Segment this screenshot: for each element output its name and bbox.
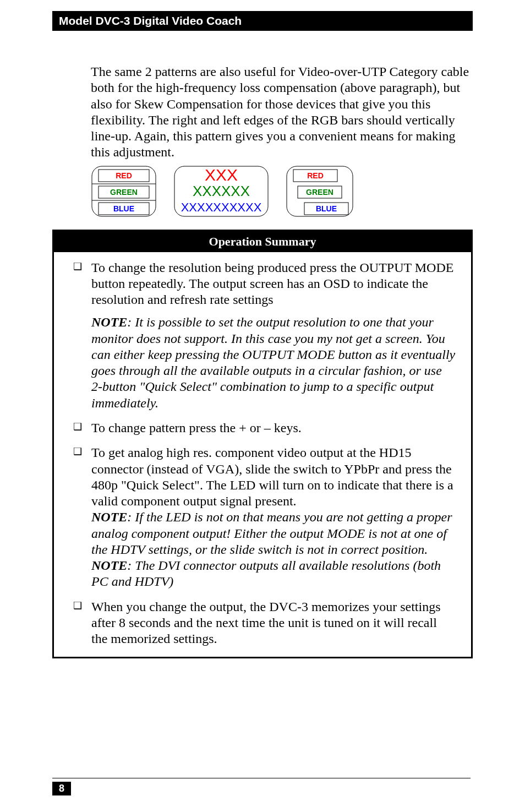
operation-summary-box: Operation Summary ❑ To change the resolu… (52, 230, 473, 659)
model-header-text: Model DVC-3 Digital Video Coach (59, 14, 242, 27)
op-item-2: ❑ To change pattern press the + or – key… (64, 420, 456, 436)
page-number: 8 (52, 782, 71, 795)
operation-summary-title: Operation Summary (209, 235, 316, 248)
page-footer: 8 (52, 778, 471, 795)
op-item-4-text: When you change the output, the DVC-3 me… (91, 599, 456, 647)
model-header: Model DVC-3 Digital Video Coach (52, 11, 473, 31)
op-item-3-note1-body: : If the LED is not on that means you ar… (91, 510, 452, 557)
op-item-3-text: To get analog high res. component video … (91, 445, 453, 508)
op-item-1-note-label: NOTE (91, 315, 127, 329)
intro-paragraph: The same 2 patterns are also useful for … (52, 64, 473, 161)
diag-left-blue: BLUE (113, 204, 134, 213)
diag-mid-green-x: XXXXXX (193, 183, 250, 199)
op-item-4: ❑ When you change the output, the DVC-3 … (64, 599, 456, 647)
bullet-icon: ❑ (64, 420, 91, 436)
diag-right-red: RED (307, 171, 324, 180)
diag-left-green: GREEN (110, 188, 138, 197)
op-item-3: ❑ To get analog high res. component vide… (64, 445, 456, 590)
op-item-1-text: To change the resolution being produced … (91, 260, 453, 307)
op-item-3-note1-label: NOTE (91, 510, 127, 524)
op-item-1-note-body: : It is possible to set the output resol… (91, 315, 455, 410)
bullet-icon: ❑ (64, 599, 91, 647)
op-item-2-text: To change pattern press the + or – keys. (91, 420, 456, 436)
operation-summary-title-bar: Operation Summary (54, 231, 471, 252)
bullet-icon: ❑ (64, 445, 91, 590)
diag-right-green: GREEN (306, 188, 333, 197)
bullet-icon: ❑ (64, 260, 91, 411)
op-item-3-note2-body: : The DVI connector outputs all availabl… (91, 558, 441, 588)
diag-left-red: RED (116, 171, 132, 180)
op-item-1: ❑ To change the resolution being produce… (64, 260, 456, 411)
rgb-skew-diagram: RED GREEN BLUE XXX XXXXXX XXXXXXXXXX RED… (91, 165, 366, 217)
diag-mid-blue-x: XXXXXXXXXX (181, 200, 262, 214)
diag-mid-red-x: XXX (205, 166, 238, 184)
diag-right-blue: BLUE (316, 204, 337, 213)
op-item-3-note2-label: NOTE (91, 558, 127, 573)
